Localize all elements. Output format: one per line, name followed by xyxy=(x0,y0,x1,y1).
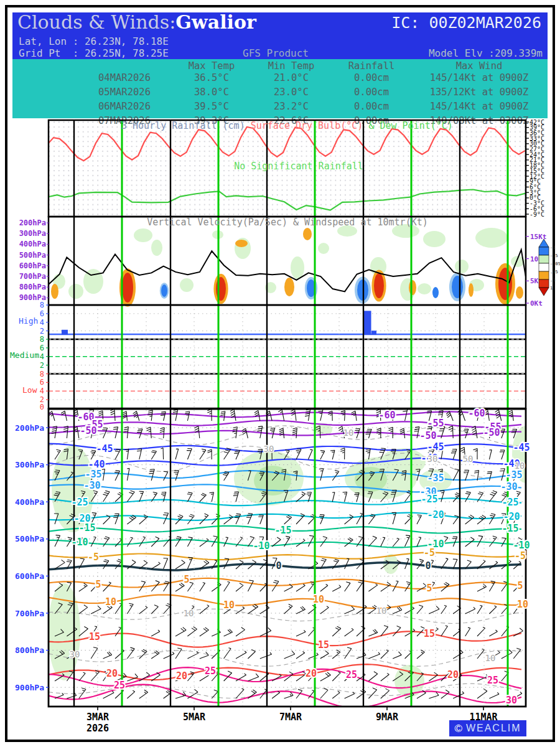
svg-text:20: 20 xyxy=(106,668,118,679)
svg-text:-10: -10 xyxy=(513,540,530,551)
svg-text:5: 5 xyxy=(95,579,101,590)
svg-text:10: 10 xyxy=(515,461,525,471)
svg-text:0Kt: 0Kt xyxy=(530,299,543,308)
svg-text:25: 25 xyxy=(114,680,125,691)
svg-text:-30: -30 xyxy=(500,481,517,492)
svg-text:High: High xyxy=(19,316,38,326)
svg-text:5MAR: 5MAR xyxy=(183,712,206,723)
svg-text:10: 10 xyxy=(343,428,354,438)
svg-text:50: 50 xyxy=(463,454,474,464)
svg-text:-45: -45 xyxy=(513,442,530,453)
svg-text:20: 20 xyxy=(176,670,187,682)
svg-text:10: 10 xyxy=(376,606,387,616)
svg-text:-20: -20 xyxy=(427,509,444,520)
svg-text:30: 30 xyxy=(264,444,274,454)
svg-text:2: 2 xyxy=(40,327,44,336)
svg-text:8: 8 xyxy=(40,301,44,309)
svg-text:-45: -45 xyxy=(96,443,113,454)
svg-text:0: 0 xyxy=(276,560,281,571)
svg-text:8: 8 xyxy=(40,370,44,378)
svg-text:-60: -60 xyxy=(468,408,485,419)
svg-text:.5: .5 xyxy=(550,278,555,283)
svg-text:400hPa: 400hPa xyxy=(19,240,46,248)
svg-text:No Significant Rainfall: No Significant Rainfall xyxy=(234,161,363,172)
svg-text:3 Hourly Rainfall (cm) Surface: 3 Hourly Rainfall (cm) Surface Dry Bulb(… xyxy=(121,120,453,131)
svg-text:5: 5 xyxy=(184,574,189,585)
svg-text:700hPa: 700hPa xyxy=(19,272,46,281)
svg-text:500hPa: 500hPa xyxy=(15,534,44,543)
high-cloud-bar xyxy=(363,311,371,335)
brand-label: WEACLIM xyxy=(466,723,521,734)
svg-text:-25: -25 xyxy=(421,494,437,505)
svg-text:-5: -5 xyxy=(424,547,435,558)
svg-text:300hPa: 300hPa xyxy=(19,229,46,238)
svg-text:25: 25 xyxy=(346,669,357,680)
svg-text:-35: -35 xyxy=(85,469,101,480)
svg-text:4: 4 xyxy=(40,352,44,361)
panel-vertical-velocity xyxy=(47,224,526,307)
svg-text:900hPa: 900hPa xyxy=(15,683,44,692)
panel-upper-winds xyxy=(48,408,549,708)
svg-text:-30: -30 xyxy=(83,480,100,491)
svg-text:25: 25 xyxy=(205,665,216,677)
svg-text:200hPa: 200hPa xyxy=(15,423,44,433)
svg-text:10: 10 xyxy=(184,608,194,618)
svg-text:20: 20 xyxy=(447,669,459,680)
svg-text:-45: -45 xyxy=(427,441,444,453)
panel-cloud-cover xyxy=(49,311,526,400)
svg-text:5: 5 xyxy=(426,583,432,594)
svg-text:-10: -10 xyxy=(253,540,269,552)
svg-text:-15: -15 xyxy=(502,523,518,534)
copyright-icon: © xyxy=(454,723,462,734)
svg-text:-35: -35 xyxy=(427,472,444,484)
svg-text:15: 15 xyxy=(318,639,329,651)
svg-text:6: 6 xyxy=(40,378,44,387)
svg-text:-20: -20 xyxy=(503,511,520,522)
svg-text:Medium: Medium xyxy=(10,350,39,360)
svg-text:-5: -5 xyxy=(515,550,526,561)
weaclim-badge: © WEACLIM xyxy=(449,720,526,736)
svg-text:1: 1 xyxy=(550,286,553,291)
svg-text:10: 10 xyxy=(517,599,528,610)
svg-text:-5: -5 xyxy=(88,552,99,563)
svg-text:-55: -55 xyxy=(427,418,444,429)
meteogram-chart: 3 Hourly Rainfall (cm) Surface Dry Bulb(… xyxy=(0,0,560,747)
svg-text:-.05: -.05 xyxy=(550,261,560,266)
svg-text:7MAR: 7MAR xyxy=(279,712,302,723)
svg-text:800hPa: 800hPa xyxy=(15,646,44,655)
svg-text:30: 30 xyxy=(427,454,438,464)
svg-text:10: 10 xyxy=(105,596,116,608)
svg-text:-10: -10 xyxy=(71,537,88,548)
svg-text:8: 8 xyxy=(40,335,44,344)
svg-text:-25: -25 xyxy=(502,497,518,508)
svg-text:15: 15 xyxy=(424,628,435,639)
svg-text:600hPa: 600hPa xyxy=(15,571,44,581)
svg-text:10: 10 xyxy=(223,599,235,611)
svg-text:Vertical Velocity(Pa/Sec) & Wi: Vertical Velocity(Pa/Sec) & Windspeed at… xyxy=(147,217,428,228)
svg-text:30: 30 xyxy=(70,649,80,659)
meteogram-page: { "header": { "title_left": "Clouds & Wi… xyxy=(0,0,560,747)
svg-text:15: 15 xyxy=(89,631,100,642)
svg-text:800hPa: 800hPa xyxy=(19,283,46,291)
vertical-velocity-colorbar: -1-.5-.05.05.51 xyxy=(539,239,560,296)
svg-text:400hPa: 400hPa xyxy=(15,497,44,507)
svg-text:-50: -50 xyxy=(419,430,436,441)
svg-text:200hPa: 200hPa xyxy=(19,218,46,227)
svg-text:20: 20 xyxy=(306,668,317,679)
svg-text:25: 25 xyxy=(487,675,498,686)
svg-text:-15: -15 xyxy=(274,525,291,536)
svg-text:4: 4 xyxy=(40,387,44,395)
high-cloud-bar xyxy=(371,331,376,335)
svg-text:-50: -50 xyxy=(483,427,500,438)
svg-text:-60: -60 xyxy=(378,410,395,421)
svg-text:5: 5 xyxy=(517,580,523,591)
svg-text:9MAR: 9MAR xyxy=(376,712,399,723)
svg-text:4: 4 xyxy=(40,318,44,327)
svg-text:10: 10 xyxy=(313,594,324,605)
svg-text:2: 2 xyxy=(40,361,44,370)
svg-text:-35: -35 xyxy=(505,469,522,481)
svg-text:Low: Low xyxy=(22,385,37,395)
svg-text:600hPa: 600hPa xyxy=(19,261,46,270)
svg-text:3MAR: 3MAR xyxy=(86,712,110,723)
svg-text:30: 30 xyxy=(506,695,517,706)
